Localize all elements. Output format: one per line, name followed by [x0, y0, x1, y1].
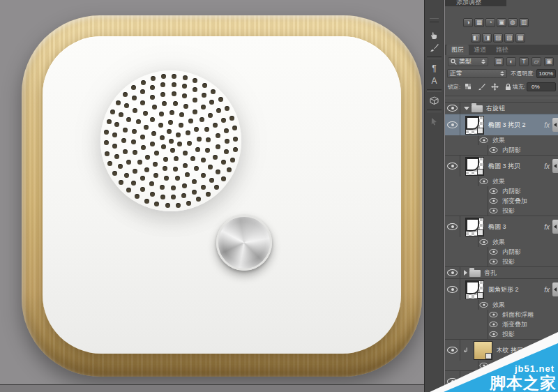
- fx-collapse-button[interactable]: [552, 282, 558, 296]
- levels-icon[interactable]: ▦: [474, 18, 484, 27]
- lock-all-icon[interactable]: [504, 82, 512, 91]
- properties-panel-icon[interactable]: [425, 115, 444, 127]
- character-panel-icon[interactable]: A: [425, 75, 444, 86]
- fx-icon[interactable]: fx: [544, 121, 550, 129]
- effect-row[interactable]: 效果: [445, 300, 558, 310]
- effect-eye-icon[interactable]: [490, 208, 498, 213]
- vibrance-icon[interactable]: ◍: [508, 18, 518, 27]
- tab-paths[interactable]: 路径: [491, 45, 513, 55]
- visibility-eye-icon[interactable]: [447, 105, 458, 112]
- layer-thumbnail[interactable]: [465, 116, 484, 135]
- lock-pixels-icon[interactable]: [477, 82, 485, 91]
- fill-input[interactable]: 0%: [527, 82, 556, 91]
- grille-dot: [213, 123, 218, 128]
- layer-thumbnail[interactable]: [465, 280, 484, 299]
- effect-eye-icon[interactable]: [490, 322, 498, 327]
- grille-dot: [144, 199, 149, 204]
- grille-dot: [107, 161, 112, 166]
- group-row[interactable]: 右旋钮: [445, 102, 558, 114]
- fx-collapse-button[interactable]: [552, 159, 558, 173]
- layer-row[interactable]: 椭圆 3 拷贝fx: [445, 155, 558, 176]
- paragraph-panel-icon[interactable]: ¶: [425, 62, 444, 74]
- adjustments-panel-tab[interactable]: 添加调整: [445, 0, 506, 6]
- curves-icon[interactable]: ◔: [485, 18, 495, 27]
- effect-eye-icon[interactable]: [490, 188, 498, 194]
- channel-mixer-icon[interactable]: ▧: [504, 33, 514, 43]
- effect-eye-icon[interactable]: [480, 179, 488, 184]
- effect-eye-icon[interactable]: [490, 147, 498, 153]
- tab-channels[interactable]: 通道: [469, 45, 491, 55]
- effect-eye-icon[interactable]: [480, 302, 488, 308]
- visibility-eye-icon[interactable]: [447, 269, 458, 276]
- black-white-icon[interactable]: ◨: [482, 33, 492, 43]
- fx-collapse-button[interactable]: [552, 220, 558, 234]
- brightness-contrast-icon[interactable]: ◑: [463, 18, 473, 27]
- effect-row[interactable]: 内阴影: [445, 247, 558, 257]
- visibility-eye-icon[interactable]: [447, 163, 458, 169]
- adjustment-filter-icon[interactable]: ◐: [506, 57, 516, 66]
- visibility-eye-icon[interactable]: [447, 121, 458, 128]
- effect-eye-icon[interactable]: [490, 259, 498, 264]
- layer-row[interactable]: 椭圆 3 拷贝 2fx: [445, 114, 558, 135]
- tab-layers[interactable]: 图层: [446, 45, 469, 55]
- effect-row[interactable]: 效果: [445, 237, 558, 247]
- lock-position-icon[interactable]: [490, 82, 499, 91]
- expand-caret-icon[interactable]: [464, 270, 467, 276]
- effect-row[interactable]: 内阴影: [445, 186, 558, 196]
- grille-dot: [133, 108, 137, 113]
- smart-object-filter-icon[interactable]: ▣: [544, 57, 554, 66]
- type-filter-icon[interactable]: T: [519, 57, 529, 66]
- layer-row[interactable]: 圆角矩形 2fx: [445, 278, 558, 300]
- document-canvas[interactable]: [0, 0, 424, 392]
- hand-panel-icon[interactable]: [425, 29, 444, 41]
- panel-grip-handle[interactable]: [430, 18, 439, 22]
- watermark-site-name: 脚本之家: [490, 372, 557, 392]
- effect-row[interactable]: 投影: [445, 257, 558, 266]
- visibility-eye-icon[interactable]: [447, 286, 458, 293]
- fx-collapse-button[interactable]: [552, 118, 558, 132]
- fx-icon[interactable]: fx: [544, 286, 550, 294]
- effect-eye-icon[interactable]: [490, 312, 498, 317]
- visibility-cell: [473, 257, 488, 266]
- effect-row[interactable]: 斜面和浮雕: [445, 310, 558, 319]
- fx-icon[interactable]: fx: [544, 223, 550, 231]
- grille-dot: [229, 116, 234, 121]
- exposure-icon[interactable]: ▣: [497, 18, 506, 27]
- shape-filter-icon[interactable]: ▱: [531, 57, 541, 66]
- grille-dot: [193, 110, 197, 114]
- photo-filter-icon[interactable]: ▨: [493, 33, 503, 43]
- effect-row[interactable]: 效果: [445, 176, 558, 186]
- collapse-caret-icon[interactable]: [464, 107, 469, 110]
- lock-transparency-icon[interactable]: [464, 82, 472, 91]
- opacity-input[interactable]: 100%: [536, 69, 556, 78]
- grille-dot: [183, 104, 188, 109]
- effect-row[interactable]: 内阴影: [445, 145, 558, 155]
- effect-eye-icon[interactable]: [490, 198, 498, 204]
- group-row[interactable]: 音孔: [445, 266, 558, 278]
- layer-thumbnail[interactable]: [465, 218, 484, 236]
- 3d-panel-icon[interactable]: [425, 95, 444, 107]
- opacity-value: 100%: [539, 70, 553, 77]
- effect-row[interactable]: 投影: [445, 206, 558, 216]
- color-lookup-icon[interactable]: ▩: [515, 33, 525, 43]
- hue-saturation-icon[interactable]: ▥: [519, 18, 529, 27]
- color-balance-icon[interactable]: ◧: [471, 33, 481, 43]
- effect-row[interactable]: 渐变叠加: [445, 319, 558, 329]
- blend-mode-dropdown[interactable]: 正常: [447, 69, 507, 78]
- effect-eye-icon[interactable]: [480, 239, 488, 245]
- pixel-filter-icon[interactable]: ▤: [494, 57, 504, 66]
- effect-row[interactable]: 效果: [445, 135, 558, 145]
- effect-row[interactable]: 渐变叠加: [445, 196, 558, 206]
- fx-icon[interactable]: fx: [544, 163, 550, 170]
- dropdown-arrows-icon: [481, 59, 485, 64]
- brush-panel-icon[interactable]: [425, 42, 444, 54]
- effect-eye-icon[interactable]: [490, 249, 498, 255]
- visibility-eye-icon[interactable]: [447, 223, 458, 230]
- filter-kind-dropdown[interactable]: 类型: [448, 57, 488, 66]
- layer-thumbnail[interactable]: [465, 157, 484, 176]
- grille-dot: [216, 144, 220, 149]
- layer-row[interactable]: 椭圆 3fx: [445, 216, 558, 237]
- grille-dot: [112, 171, 117, 176]
- effect-eye-icon[interactable]: [480, 137, 488, 143]
- visibility-cell: [463, 176, 478, 186]
